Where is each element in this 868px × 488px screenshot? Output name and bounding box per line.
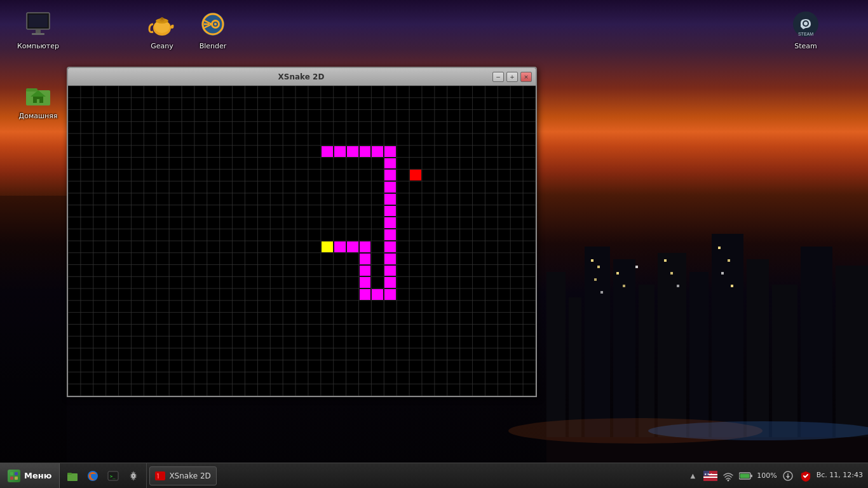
filemanager-icon: [66, 470, 79, 482]
launcher-terminal[interactable]: >_: [104, 466, 123, 485]
taskbar-apps: XSnake 2D: [147, 463, 681, 488]
svg-rect-34: [32, 33, 44, 35]
snake-segment: [334, 241, 346, 252]
snake-segment: [360, 277, 371, 288]
snake-segment: [347, 146, 358, 157]
svg-text:STEAM: STEAM: [798, 32, 813, 36]
svg-text:★★★: ★★★: [704, 472, 713, 476]
snake-segment: [384, 266, 396, 276]
snake-segment: [384, 170, 396, 180]
home-icon-label: Домашняя: [19, 112, 58, 120]
svg-point-141: [728, 479, 729, 481]
blender-icon-svg: [199, 10, 227, 38]
svg-point-43: [161, 17, 163, 20]
snake-segment: [360, 266, 371, 276]
xsnake-window: XSnake 2D − + ×: [67, 67, 537, 397]
svg-point-48: [214, 23, 217, 25]
home-icon-svg: [24, 80, 52, 108]
xfce-icon: [10, 471, 18, 480]
snake-segment: [384, 217, 396, 228]
xsnake-app-icon: [155, 471, 165, 480]
blender-icon-label: Blender: [200, 42, 227, 50]
start-label: Меню: [24, 471, 51, 480]
snake-segment: [360, 254, 371, 264]
desktop-icon-geany[interactable]: Geany: [137, 6, 187, 53]
snake-segment: [384, 182, 396, 193]
computer-icon: [23, 9, 53, 39]
launcher-filemanager[interactable]: [63, 466, 82, 485]
clock-datetime: Вс. 11, 12:43: [817, 471, 863, 480]
xsnake-titlebar[interactable]: XSnake 2D − + ×: [68, 68, 536, 86]
wifi-icon: [722, 470, 734, 482]
tray-keyboard-layout[interactable]: ★★★: [703, 469, 717, 483]
settings-icon: [127, 470, 140, 482]
snake-segment: [347, 241, 358, 252]
desktop-icon-steam[interactable]: STEAM Steam: [780, 6, 831, 53]
close-button[interactable]: ×: [520, 72, 532, 82]
launcher-settings[interactable]: [124, 466, 143, 485]
tray-wifi[interactable]: [721, 469, 735, 483]
snake-segment: [384, 229, 396, 240]
launcher-firefox[interactable]: [83, 466, 102, 485]
tray-battery[interactable]: [739, 469, 753, 483]
home-icon: [23, 79, 53, 109]
svg-rect-32: [29, 15, 48, 27]
update-icon: [782, 470, 794, 482]
maximize-button[interactable]: +: [506, 72, 518, 82]
steam-icon-label: Steam: [794, 42, 817, 50]
snake-segment: [384, 289, 396, 300]
clock-display[interactable]: Вс. 11, 12:43: [817, 471, 863, 480]
snake-segment: [384, 277, 396, 288]
snake-segment: [384, 194, 396, 205]
snake-segment: [334, 146, 346, 157]
tray-expand-button[interactable]: ▲: [686, 469, 700, 483]
snake-segment: [384, 241, 396, 252]
desktop-icon-home[interactable]: Домашняя: [13, 76, 64, 123]
svg-rect-144: [750, 475, 752, 477]
geany-icon-label: Geany: [151, 42, 173, 50]
desktop: Компьютер Домашняя: [0, 0, 868, 488]
svg-point-54: [804, 22, 808, 25]
shield-icon: [800, 470, 811, 482]
snake-food: [410, 170, 421, 180]
snake-segment: [384, 254, 396, 264]
taskbar-tray: ▲ ★★★: [681, 463, 868, 488]
snake-head: [322, 241, 333, 252]
tray-update[interactable]: [781, 469, 795, 483]
steam-icon: STEAM: [790, 9, 821, 39]
snake-segment: [360, 241, 371, 252]
battery-icon: [739, 471, 753, 480]
xsnake-app-label: XSnake 2D: [169, 471, 210, 480]
computer-icon-svg: [24, 10, 52, 38]
svg-point-132: [133, 475, 135, 477]
snake-segment: [384, 158, 396, 169]
steam-icon-svg: STEAM: [792, 10, 820, 38]
desktop-icon-blender[interactable]: Blender: [187, 6, 238, 53]
snake-segment: [372, 289, 383, 300]
snake-segment: [322, 146, 333, 157]
snake-segment: [360, 146, 371, 157]
tray-security[interactable]: [799, 469, 813, 483]
svg-rect-123: [10, 477, 13, 480]
svg-rect-135: [158, 475, 159, 478]
start-menu-icon: [8, 470, 20, 482]
snake-grid-svg: [68, 86, 536, 396]
geany-icon: [147, 9, 177, 39]
minimize-button[interactable]: −: [492, 72, 504, 82]
taskbar-start-button[interactable]: Меню: [0, 463, 60, 488]
taskbar-app-xsnake[interactable]: XSnake 2D: [149, 466, 216, 485]
taskbar: Меню >_: [0, 463, 868, 488]
xsnake-window-title: XSnake 2D: [110, 72, 492, 81]
xsnake-taskbar-icon: [156, 473, 164, 479]
blender-icon: [198, 9, 228, 39]
svg-rect-126: [67, 473, 72, 475]
snake-segment: [384, 206, 396, 217]
svg-rect-124: [15, 477, 18, 480]
computer-icon-label: Компьютер: [17, 42, 59, 50]
desktop-icon-computer[interactable]: Компьютер: [13, 6, 64, 53]
svg-text:>_: >_: [110, 474, 116, 479]
keyboard-layout-icon: ★★★: [703, 471, 717, 481]
firefox-icon: [86, 470, 99, 482]
svg-rect-121: [10, 472, 13, 475]
battery-percentage: 100%: [757, 471, 776, 480]
